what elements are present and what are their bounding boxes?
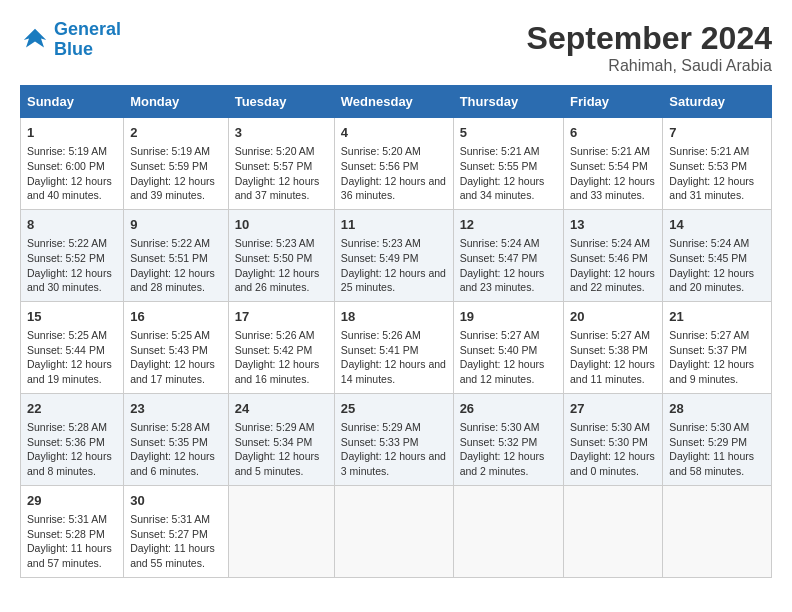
daylight-text: Daylight: 12 hours and 37 minutes. xyxy=(235,175,320,202)
sunrise-text: Sunrise: 5:19 AM xyxy=(130,145,210,157)
daylight-text: Daylight: 11 hours and 58 minutes. xyxy=(669,450,754,477)
sunset-text: Sunset: 5:45 PM xyxy=(669,252,747,264)
calendar-cell: 7Sunrise: 5:21 AMSunset: 5:53 PMDaylight… xyxy=(663,118,772,210)
daylight-text: Daylight: 12 hours and 20 minutes. xyxy=(669,267,754,294)
calendar-cell: 1Sunrise: 5:19 AMSunset: 6:00 PMDaylight… xyxy=(21,118,124,210)
day-number: 23 xyxy=(130,400,222,418)
day-header-friday: Friday xyxy=(564,86,663,118)
sunset-text: Sunset: 5:49 PM xyxy=(341,252,419,264)
title-block: September 2024 Rahimah, Saudi Arabia xyxy=(527,20,772,75)
sunset-text: Sunset: 5:35 PM xyxy=(130,436,208,448)
daylight-text: Daylight: 12 hours and 9 minutes. xyxy=(669,358,754,385)
daylight-text: Daylight: 12 hours and 14 minutes. xyxy=(341,358,446,385)
sunset-text: Sunset: 5:52 PM xyxy=(27,252,105,264)
calendar-cell: 9Sunrise: 5:22 AMSunset: 5:51 PMDaylight… xyxy=(124,209,229,301)
calendar-cell: 4Sunrise: 5:20 AMSunset: 5:56 PMDaylight… xyxy=(334,118,453,210)
daylight-text: Daylight: 12 hours and 25 minutes. xyxy=(341,267,446,294)
calendar-cell: 20Sunrise: 5:27 AMSunset: 5:38 PMDayligh… xyxy=(564,301,663,393)
sunset-text: Sunset: 5:57 PM xyxy=(235,160,313,172)
sunset-text: Sunset: 5:46 PM xyxy=(570,252,648,264)
calendar-cell: 16Sunrise: 5:25 AMSunset: 5:43 PMDayligh… xyxy=(124,301,229,393)
sunset-text: Sunset: 5:47 PM xyxy=(460,252,538,264)
day-number: 4 xyxy=(341,124,447,142)
daylight-text: Daylight: 12 hours and 12 minutes. xyxy=(460,358,545,385)
daylight-text: Daylight: 12 hours and 8 minutes. xyxy=(27,450,112,477)
calendar-cell: 3Sunrise: 5:20 AMSunset: 5:57 PMDaylight… xyxy=(228,118,334,210)
sunrise-text: Sunrise: 5:25 AM xyxy=(27,329,107,341)
day-number: 2 xyxy=(130,124,222,142)
sunset-text: Sunset: 5:42 PM xyxy=(235,344,313,356)
sunrise-text: Sunrise: 5:27 AM xyxy=(669,329,749,341)
sunset-text: Sunset: 5:38 PM xyxy=(570,344,648,356)
calendar-cell: 2Sunrise: 5:19 AMSunset: 5:59 PMDaylight… xyxy=(124,118,229,210)
sunset-text: Sunset: 5:34 PM xyxy=(235,436,313,448)
calendar-header-row: SundayMondayTuesdayWednesdayThursdayFrid… xyxy=(21,86,772,118)
sunrise-text: Sunrise: 5:24 AM xyxy=(460,237,540,249)
calendar-cell: 24Sunrise: 5:29 AMSunset: 5:34 PMDayligh… xyxy=(228,393,334,485)
daylight-text: Daylight: 12 hours and 16 minutes. xyxy=(235,358,320,385)
sunrise-text: Sunrise: 5:22 AM xyxy=(130,237,210,249)
day-header-thursday: Thursday xyxy=(453,86,563,118)
day-header-monday: Monday xyxy=(124,86,229,118)
sunrise-text: Sunrise: 5:31 AM xyxy=(130,513,210,525)
location-title: Rahimah, Saudi Arabia xyxy=(527,57,772,75)
sunrise-text: Sunrise: 5:27 AM xyxy=(460,329,540,341)
daylight-text: Daylight: 12 hours and 39 minutes. xyxy=(130,175,215,202)
sunset-text: Sunset: 5:37 PM xyxy=(669,344,747,356)
day-number: 26 xyxy=(460,400,557,418)
sunset-text: Sunset: 6:00 PM xyxy=(27,160,105,172)
daylight-text: Daylight: 12 hours and 5 minutes. xyxy=(235,450,320,477)
sunset-text: Sunset: 5:33 PM xyxy=(341,436,419,448)
sunset-text: Sunset: 5:29 PM xyxy=(669,436,747,448)
sunset-text: Sunset: 5:30 PM xyxy=(570,436,648,448)
day-number: 19 xyxy=(460,308,557,326)
calendar-cell: 23Sunrise: 5:28 AMSunset: 5:35 PMDayligh… xyxy=(124,393,229,485)
calendar-cell: 17Sunrise: 5:26 AMSunset: 5:42 PMDayligh… xyxy=(228,301,334,393)
day-header-wednesday: Wednesday xyxy=(334,86,453,118)
sunset-text: Sunset: 5:36 PM xyxy=(27,436,105,448)
day-number: 10 xyxy=(235,216,328,234)
day-number: 3 xyxy=(235,124,328,142)
logo: GeneralBlue xyxy=(20,20,121,60)
calendar-cell: 19Sunrise: 5:27 AMSunset: 5:40 PMDayligh… xyxy=(453,301,563,393)
day-number: 8 xyxy=(27,216,117,234)
calendar-cell: 27Sunrise: 5:30 AMSunset: 5:30 PMDayligh… xyxy=(564,393,663,485)
day-number: 25 xyxy=(341,400,447,418)
daylight-text: Daylight: 12 hours and 11 minutes. xyxy=(570,358,655,385)
sunrise-text: Sunrise: 5:30 AM xyxy=(669,421,749,433)
day-number: 13 xyxy=(570,216,656,234)
daylight-text: Daylight: 11 hours and 57 minutes. xyxy=(27,542,112,569)
sunset-text: Sunset: 5:59 PM xyxy=(130,160,208,172)
calendar-cell: 13Sunrise: 5:24 AMSunset: 5:46 PMDayligh… xyxy=(564,209,663,301)
calendar-week-row: 22Sunrise: 5:28 AMSunset: 5:36 PMDayligh… xyxy=(21,393,772,485)
day-number: 20 xyxy=(570,308,656,326)
calendar-week-row: 29Sunrise: 5:31 AMSunset: 5:28 PMDayligh… xyxy=(21,485,772,577)
daylight-text: Daylight: 12 hours and 31 minutes. xyxy=(669,175,754,202)
calendar-cell: 25Sunrise: 5:29 AMSunset: 5:33 PMDayligh… xyxy=(334,393,453,485)
sunset-text: Sunset: 5:28 PM xyxy=(27,528,105,540)
calendar-week-row: 1Sunrise: 5:19 AMSunset: 6:00 PMDaylight… xyxy=(21,118,772,210)
day-number: 9 xyxy=(130,216,222,234)
sunrise-text: Sunrise: 5:28 AM xyxy=(130,421,210,433)
day-number: 14 xyxy=(669,216,765,234)
calendar-cell: 29Sunrise: 5:31 AMSunset: 5:28 PMDayligh… xyxy=(21,485,124,577)
day-number: 21 xyxy=(669,308,765,326)
daylight-text: Daylight: 12 hours and 22 minutes. xyxy=(570,267,655,294)
logo-text: GeneralBlue xyxy=(54,20,121,60)
sunset-text: Sunset: 5:43 PM xyxy=(130,344,208,356)
sunset-text: Sunset: 5:55 PM xyxy=(460,160,538,172)
calendar-cell: 22Sunrise: 5:28 AMSunset: 5:36 PMDayligh… xyxy=(21,393,124,485)
sunrise-text: Sunrise: 5:21 AM xyxy=(460,145,540,157)
sunrise-text: Sunrise: 5:30 AM xyxy=(460,421,540,433)
day-number: 18 xyxy=(341,308,447,326)
sunrise-text: Sunrise: 5:28 AM xyxy=(27,421,107,433)
day-number: 16 xyxy=(130,308,222,326)
sunset-text: Sunset: 5:32 PM xyxy=(460,436,538,448)
calendar-table: SundayMondayTuesdayWednesdayThursdayFrid… xyxy=(20,85,772,578)
day-number: 6 xyxy=(570,124,656,142)
day-number: 1 xyxy=(27,124,117,142)
daylight-text: Daylight: 12 hours and 3 minutes. xyxy=(341,450,446,477)
calendar-cell: 12Sunrise: 5:24 AMSunset: 5:47 PMDayligh… xyxy=(453,209,563,301)
sunrise-text: Sunrise: 5:21 AM xyxy=(570,145,650,157)
sunrise-text: Sunrise: 5:24 AM xyxy=(669,237,749,249)
